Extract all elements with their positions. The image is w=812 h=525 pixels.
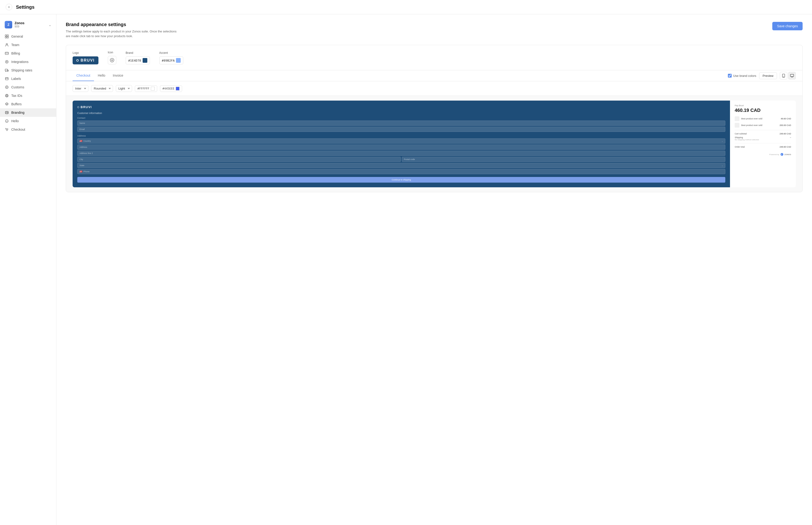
- accent-color-input[interactable]: #89B2FA: [159, 56, 184, 64]
- brand-color-swatch: [143, 58, 147, 63]
- address-line2-field-preview: Address line 2: [77, 151, 725, 156]
- desktop-view-button[interactable]: [788, 72, 796, 79]
- continue-shipping-button-preview[interactable]: Continue to shipping: [77, 177, 725, 183]
- sidebar-item-billing[interactable]: Billing: [0, 49, 56, 58]
- save-changes-button[interactable]: Save changes: [772, 22, 802, 30]
- sidebar: Z Zonos 909 ⌄ General: [0, 14, 56, 525]
- logo-display: BRUVI: [73, 56, 98, 64]
- card-icon: [5, 51, 9, 56]
- sidebar-item-team[interactable]: Team: [0, 41, 56, 49]
- zonos-logo-icon: Z: [780, 153, 784, 156]
- sidebar-item-general[interactable]: General: [0, 32, 56, 41]
- tabs-left: Checkout Hello Invoice: [73, 70, 127, 81]
- sidebar-item-branding[interactable]: Branding: [0, 108, 56, 117]
- powered-by-row: Powered by Z ZONOS: [735, 153, 791, 156]
- main-layout: Z Zonos 909 ⌄ General: [0, 14, 812, 525]
- mobile-view-button[interactable]: [780, 72, 787, 79]
- hello-icon: [5, 119, 9, 123]
- contact-label: Contact: [77, 117, 725, 119]
- svg-rect-9: [5, 77, 8, 80]
- checkout-form-preview: BRUVI Customer information Contact Name …: [73, 101, 730, 187]
- order-item-2: Best product ever sold 200.00 CAD: [735, 123, 791, 127]
- sidebar-item-shipping-rates[interactable]: Shipping rates: [0, 66, 56, 75]
- bg-color-input[interactable]: #FFFFFF: [135, 85, 157, 92]
- sidebar-item-customs[interactable]: Customs: [0, 83, 56, 91]
- accent-input-bar[interactable]: #445EEE: [160, 85, 182, 92]
- sidebar-item-hello[interactable]: Hello: [0, 117, 56, 125]
- sidebar-item-tax-ids-label: Tax IDs: [11, 94, 22, 97]
- use-brand-colors-toggle[interactable]: Use brand colors: [728, 74, 756, 77]
- close-button[interactable]: ×: [6, 4, 12, 10]
- country-field-text: Country: [83, 140, 722, 142]
- brand-row: Logo BRUVI Icon Brand: [66, 45, 802, 70]
- logo-col: Logo BRUVI: [73, 51, 98, 64]
- tab-invoice[interactable]: Invoice: [109, 70, 127, 81]
- address-label: Address: [77, 135, 725, 137]
- cart-subtotal-label: Cart subtotal: [735, 133, 747, 135]
- truck-icon: [5, 68, 9, 72]
- preview-button[interactable]: Preview: [759, 72, 777, 79]
- svg-point-8: [7, 71, 8, 72]
- order-item-1: Best product ever sold 49.60 CAD: [735, 116, 791, 121]
- brand-color-input[interactable]: #1E4D78: [126, 56, 150, 64]
- city-field-preview: City: [77, 157, 401, 162]
- order-total-large: 460.19 CAD: [735, 108, 791, 113]
- sidebar-item-checkout[interactable]: Checkout: [0, 125, 56, 134]
- email-field-preview: Email: [77, 127, 725, 132]
- sidebar-item-customs-label: Customs: [11, 85, 24, 89]
- order-divider: [735, 130, 791, 130]
- phone-field-text: Phone: [83, 170, 723, 173]
- svg-rect-3: [7, 37, 9, 38]
- bruvi-logo-preview: BRUVI: [77, 105, 725, 109]
- use-brand-label: Use brand colors: [733, 74, 756, 77]
- customer-info-title: Customer information: [77, 111, 725, 115]
- item-price-2: 200.00 CAD: [780, 124, 791, 126]
- flag-icon-phone: 🇺🇸: [79, 170, 82, 172]
- sidebar-item-branding-label: Branding: [11, 111, 25, 115]
- customization-bar: Inter Rounded Light #FFFFFF #445EEE: [66, 81, 802, 96]
- tabs-row: Checkout Hello Invoice Use brand colors …: [66, 70, 802, 81]
- main-content: Brand appearance settings The settings b…: [56, 14, 812, 525]
- accent-color-swatch: [176, 58, 181, 63]
- svg-rect-1: [7, 35, 9, 36]
- user-icon: [5, 43, 9, 47]
- sidebar-item-shipping-rates-label: Shipping rates: [11, 69, 32, 72]
- bg-color-swatch: [151, 87, 155, 90]
- contact-section: Contact Name Email: [77, 117, 725, 132]
- bruvi-logo-text: BRUVI: [81, 105, 92, 109]
- theme-select[interactable]: Light: [116, 85, 132, 92]
- sidebar-item-tax-ids[interactable]: Tax IDs: [0, 91, 56, 100]
- tab-hello[interactable]: Hello: [94, 70, 109, 81]
- shipping-line: Shipping – No shipping method selected: [735, 136, 791, 141]
- order-summary-preview: Pay Bruvi 460.19 CAD Best product ever s…: [730, 101, 796, 187]
- device-toggle: [780, 72, 796, 79]
- sidebar-item-buffers[interactable]: Buffers: [0, 100, 56, 108]
- plug-icon: [5, 60, 9, 64]
- sidebar-item-integrations[interactable]: Integrations: [0, 58, 56, 66]
- tab-checkout[interactable]: Checkout: [73, 70, 94, 81]
- zonos-label: ZONOS: [784, 153, 791, 155]
- icon-button[interactable]: [108, 56, 116, 64]
- use-brand-checkbox[interactable]: [728, 74, 732, 77]
- font-select[interactable]: Inter: [73, 85, 88, 92]
- style-select[interactable]: Rounded: [91, 85, 113, 92]
- org-avatar: Z: [5, 21, 12, 28]
- app-window: × Settings Z Zonos 909 ⌄: [0, 0, 812, 525]
- svg-rect-0: [5, 35, 6, 36]
- org-switcher[interactable]: Z Zonos 909 ⌄: [0, 19, 56, 32]
- logo-dot-icon: [76, 59, 79, 62]
- sidebar-item-billing-label: Billing: [11, 51, 20, 55]
- sidebar-item-labels[interactable]: Labels: [0, 75, 56, 83]
- order-total-label: Order total: [735, 146, 745, 148]
- brand-appearance-title: Brand appearance settings: [66, 22, 179, 27]
- address-section: Address 🇺🇸 Country ⌄ Address Address lin…: [77, 135, 725, 183]
- shipping-value: –: [790, 136, 791, 139]
- sidebar-item-hello-label: Hello: [11, 119, 19, 123]
- accent-hex-bar: #445EEE: [163, 87, 174, 90]
- preview-area: BRUVI Customer information Contact Name …: [66, 96, 802, 192]
- cart-subtotal-value: 249.60 CAD: [780, 133, 791, 135]
- state-field-text: State: [79, 164, 722, 167]
- item-price-1: 49.60 CAD: [781, 118, 791, 120]
- page-header-text: Brand appearance settings The settings b…: [66, 22, 179, 38]
- logo-label: Logo: [73, 51, 98, 55]
